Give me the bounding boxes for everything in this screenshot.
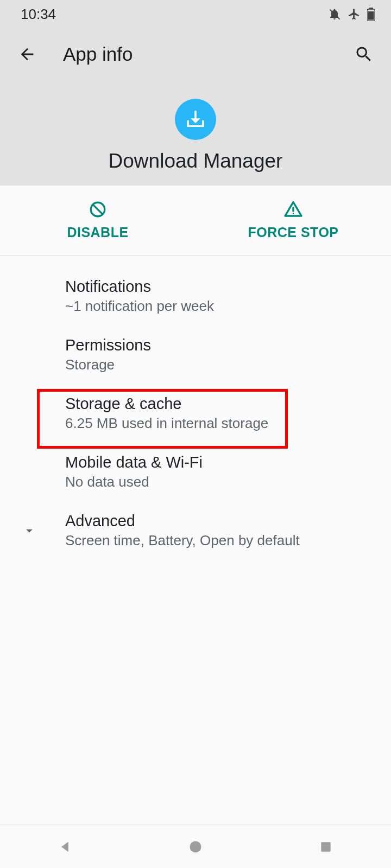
square-recent-icon xyxy=(319,840,333,854)
item-title: Permissions xyxy=(65,336,374,354)
circle-home-icon xyxy=(188,839,203,854)
search-icon xyxy=(354,44,374,64)
disable-icon xyxy=(88,200,108,219)
nav-back-button[interactable] xyxy=(53,835,77,859)
back-button[interactable] xyxy=(15,42,39,66)
item-subtitle: ~1 notification per week xyxy=(65,298,374,315)
svg-point-6 xyxy=(293,213,294,214)
item-title: Notifications xyxy=(65,278,374,296)
item-title: Advanced xyxy=(65,512,374,530)
toolbar: App info xyxy=(0,28,391,80)
svg-rect-2 xyxy=(368,11,374,20)
item-mobile-data-wifi[interactable]: Mobile data & Wi-Fi No data used xyxy=(0,443,391,501)
svg-point-7 xyxy=(190,841,201,852)
dnd-off-icon xyxy=(328,8,341,21)
chevron-down-icon xyxy=(22,523,37,538)
item-subtitle: Storage xyxy=(65,356,374,373)
item-subtitle: Screen time, Battery, Open by default xyxy=(65,532,374,549)
app-header: Download Manager xyxy=(0,80,391,186)
download-icon xyxy=(184,108,207,131)
warning-icon xyxy=(283,200,303,219)
item-subtitle: No data used xyxy=(65,474,374,490)
app-icon xyxy=(175,99,216,140)
disable-button[interactable]: DISABLE xyxy=(0,186,195,256)
svg-rect-8 xyxy=(321,842,330,851)
item-permissions[interactable]: Permissions Storage xyxy=(0,326,391,384)
expand-icon xyxy=(17,519,41,542)
status-time: 10:34 xyxy=(21,6,56,23)
page-title: App info xyxy=(63,43,352,65)
action-row: DISABLE FORCE STOP xyxy=(0,186,391,256)
item-title: Storage & cache xyxy=(65,395,374,413)
nav-recent-button[interactable] xyxy=(314,835,338,859)
item-advanced[interactable]: Advanced Screen time, Battery, Open by d… xyxy=(0,501,391,560)
item-storage-cache[interactable]: Storage & cache 6.25 MB used in internal… xyxy=(0,384,391,443)
nav-home-button[interactable] xyxy=(184,835,207,859)
battery-icon xyxy=(367,8,375,21)
item-notifications[interactable]: Notifications ~1 notification per week xyxy=(0,267,391,326)
status-bar: 10:34 xyxy=(0,0,391,28)
item-title: Mobile data & Wi-Fi xyxy=(65,454,374,471)
airplane-mode-icon xyxy=(348,8,361,21)
settings-list: Notifications ~1 notification per week P… xyxy=(0,256,391,560)
search-button[interactable] xyxy=(352,42,376,66)
status-icons xyxy=(328,8,375,21)
svg-line-4 xyxy=(93,205,103,214)
app-name: Download Manager xyxy=(0,150,391,173)
force-stop-button[interactable]: FORCE STOP xyxy=(195,186,391,256)
system-nav-bar xyxy=(0,825,391,868)
disable-label: DISABLE xyxy=(67,225,128,240)
triangle-back-icon xyxy=(58,839,73,854)
force-stop-label: FORCE STOP xyxy=(248,225,338,240)
item-subtitle: 6.25 MB used in internal storage xyxy=(65,415,374,432)
